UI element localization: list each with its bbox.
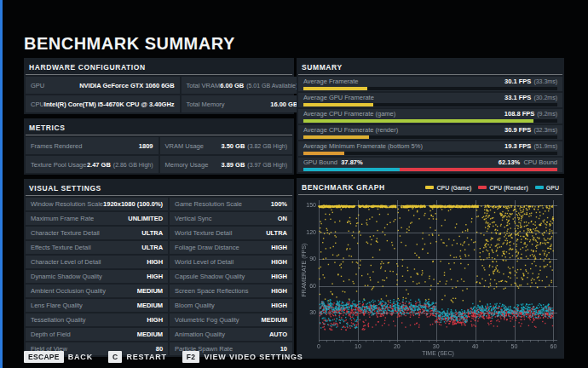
setting-value: MEDIUM [137, 302, 163, 309]
key-label: BACK [68, 353, 93, 361]
legend-swatch [425, 186, 434, 189]
summary-row-label: Average CPU Framerate (render) [303, 127, 398, 134]
legend-swatch [478, 186, 487, 189]
legend-swatch [535, 186, 544, 189]
key-badge: F2 [182, 351, 200, 363]
setting-value: HIGH [147, 258, 163, 266]
setting-label: GPU [31, 82, 44, 89]
setting-label: Memory Usage [165, 161, 209, 169]
footer-button-view-video-settings[interactable]: F2VIEW VIDEO SETTINGS [182, 351, 303, 363]
bound-row: GPU Bound 37.87% 62.13% CPU Bound [298, 158, 562, 172]
summary-bar-fill [303, 103, 373, 106]
setting-row: Depth of FieldMEDIUM [26, 328, 168, 341]
setting-row: Bloom QualityHIGH [170, 299, 292, 312]
setting-row: Dynamic Shadow QualityHIGH [26, 270, 168, 283]
left-column: HARDWARE CONFIGURATION GPUNVIDIA GeForce… [24, 58, 294, 361]
setting-value: 2.47 GB(2.86 GB High) [87, 161, 153, 169]
setting-value: AUTO [269, 331, 287, 338]
summary-row-label: Average CPU Framerate (game) [303, 111, 395, 118]
bound-bar [303, 168, 557, 171]
cpu-bound-value: 62.13% [499, 158, 520, 166]
setting-value: 3.89 GB(3.97 GB High) [221, 161, 287, 169]
summary-row-fps: 30.1 FPS(33.3ms) [504, 78, 557, 85]
setting-label: Depth of Field [31, 331, 71, 338]
summary-bar-fill [303, 119, 533, 123]
setting-value: HIGH [271, 258, 287, 266]
setting-row: Ambient Occlusion QualityMEDIUM [26, 285, 168, 297]
summary-bar-track [303, 103, 557, 106]
setting-value: HIGH [271, 244, 287, 251]
right-column: SUMMARY Average Framerate30.1 FPS(33.3ms… [297, 58, 564, 359]
summary-panel: SUMMARY Average Framerate30.1 FPS(33.3ms… [297, 58, 564, 174]
cpu-bound-bar [400, 168, 557, 171]
setting-row: Lens Flare QualityMEDIUM [26, 299, 168, 312]
setting-row: Volumetric Fog QualityMEDIUM [170, 313, 292, 326]
summary-row: Average GPU Framerate33.1 FPS(30.2ms) [298, 93, 562, 107]
setting-value: 100% [271, 200, 287, 208]
setting-value-extra: (3.97 GB High) [247, 162, 287, 168]
setting-row: GPUNVIDIA GeForce GTX 1060 6GB [26, 77, 180, 94]
setting-label: Window Resolution Scale [31, 200, 103, 208]
setting-label: Lens Flare Quality [31, 302, 83, 309]
gpu-bound-value: 37.87% [341, 158, 362, 166]
setting-row: VRAM Usage3.50 GB(3.82 GB High) [160, 137, 293, 154]
setting-label: World Level of Detail [175, 258, 233, 266]
footer-keybar: ESCAPEBACKCRESTARTF2VIEW VIDEO SETTINGS [24, 351, 303, 363]
legend-item: CPU (Render) [478, 185, 528, 191]
setting-row: Texture Pool Usage2.47 GB(2.86 GB High) [26, 156, 159, 173]
setting-label: Ambient Occlusion Quality [31, 287, 106, 295]
summary-bar-track [303, 87, 557, 90]
setting-value: 1920x1080 (100.0%) [103, 200, 163, 208]
setting-value: 6.00 GB(5.01 GB Available) [220, 82, 297, 89]
summary-bar-fill [303, 135, 369, 139]
setting-label: Frames Rendered [31, 142, 82, 150]
page-title: BENCHMARK SUMMARY [24, 34, 235, 54]
footer-button-back[interactable]: ESCAPEBACK [24, 351, 93, 363]
benchmark-graph-panel: BENCHMARK GRAPH CPU (Game)CPU (Render)GP… [297, 178, 564, 359]
summary-row: Average Minimum Framerate (bottom 5%)19.… [298, 141, 562, 156]
legend-item: CPU (Game) [425, 185, 471, 191]
setting-label: Capsule Shadow Quality [175, 273, 245, 280]
setting-value: HIGH [147, 273, 163, 280]
key-label: RESTART [126, 353, 166, 361]
setting-label: Game Resolution Scale [175, 200, 242, 208]
setting-row: Animation QualityAUTO [170, 328, 292, 341]
setting-row: Total Memory16.00 GB [182, 95, 303, 112]
summary-bar-track [303, 135, 557, 139]
setting-label: Bloom Quality [175, 302, 215, 309]
setting-value: ULTRA [266, 229, 287, 237]
setting-value: MEDIUM [137, 331, 163, 338]
key-badge: C [108, 351, 122, 363]
gpu-bound-bar [303, 168, 400, 171]
setting-row: Character Texture DetailULTRA [26, 227, 168, 239]
setting-label: Total VRAM [187, 82, 221, 89]
setting-value-extra: (3.82 GB High) [247, 143, 287, 149]
hardware-configuration-header: HARDWARE CONFIGURATION [26, 60, 292, 75]
setting-value: HIGH [147, 316, 163, 324]
graph-legend: CPU (Game)CPU (Render)GPU [425, 185, 559, 191]
setting-row: Memory Usage3.89 GB(3.97 GB High) [160, 156, 293, 173]
legend-item: GPU [535, 185, 559, 191]
setting-value: HIGH [271, 302, 287, 309]
metrics-panel: METRICS Frames Rendered1809VRAM Usage3.5… [24, 118, 294, 175]
summary-bar-track [303, 152, 557, 155]
summary-row-fps: 108.8 FPS(9.2ms) [504, 111, 557, 118]
summary-row-fps: 30.9 FPS(32.3ms) [504, 127, 557, 134]
setting-value: MEDIUM [262, 316, 287, 324]
metrics-grid: Frames Rendered1809VRAM Usage3.50 GB(3.8… [26, 137, 292, 173]
benchmark-graph-header: BENCHMARK GRAPH [302, 183, 385, 192]
summary-row-ms: (51.9ms) [533, 143, 557, 149]
setting-value: 16.00 GB [270, 101, 297, 108]
visual-settings-header: VISUAL SETTINGS [26, 181, 292, 196]
legend-label: CPU (Game) [436, 185, 471, 191]
footer-button-restart[interactable]: CRESTART [108, 351, 167, 363]
key-badge: ESCAPE [24, 351, 64, 363]
setting-label: VRAM Usage [165, 142, 204, 150]
setting-value: ON [278, 215, 287, 222]
summary-bar-track [303, 119, 557, 123]
setting-row: World Level of DetailHIGH [170, 256, 292, 268]
setting-label: CPU [31, 101, 44, 108]
setting-label: Animation Quality [175, 331, 225, 338]
legend-label: CPU (Render) [489, 185, 528, 191]
summary-row-label: Average Framerate [303, 78, 358, 85]
